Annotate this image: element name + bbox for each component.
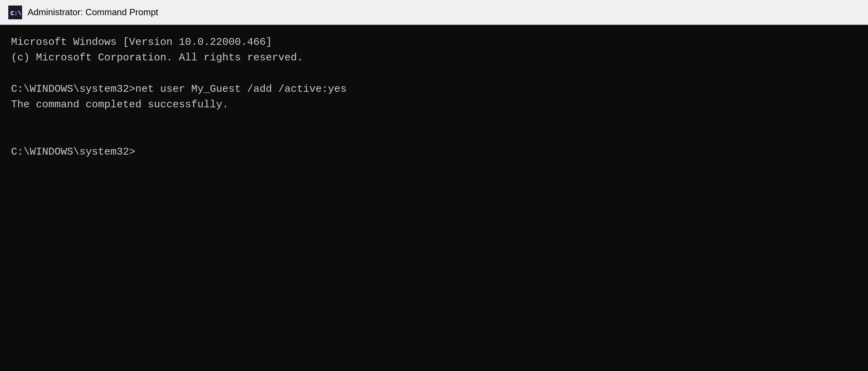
title-bar: C:\ Administrator: Command Prompt	[0, 0, 868, 25]
terminal-line-result1: The command completed successfully.	[11, 97, 857, 113]
terminal-line-copyright: (c) Microsoft Corporation. All rights re…	[11, 50, 857, 66]
terminal-line-prompt2: C:\WINDOWS\system32>	[11, 144, 857, 160]
window: C:\ Administrator: Command Prompt Micros…	[0, 0, 868, 371]
terminal-spacer-2	[11, 113, 857, 128]
terminal-spacer-1	[11, 66, 857, 81]
terminal-body[interactable]: Microsoft Windows [Version 10.0.22000.46…	[0, 25, 868, 371]
terminal-line-command1: C:\WINDOWS\system32>net user My_Guest /a…	[11, 81, 857, 97]
window-title: Administrator: Command Prompt	[28, 7, 158, 18]
cmd-icon: C:\	[8, 6, 22, 19]
svg-text:C:\: C:\	[10, 10, 21, 17]
terminal-spacer-3	[11, 128, 857, 144]
terminal-line-win-version: Microsoft Windows [Version 10.0.22000.46…	[11, 35, 857, 50]
